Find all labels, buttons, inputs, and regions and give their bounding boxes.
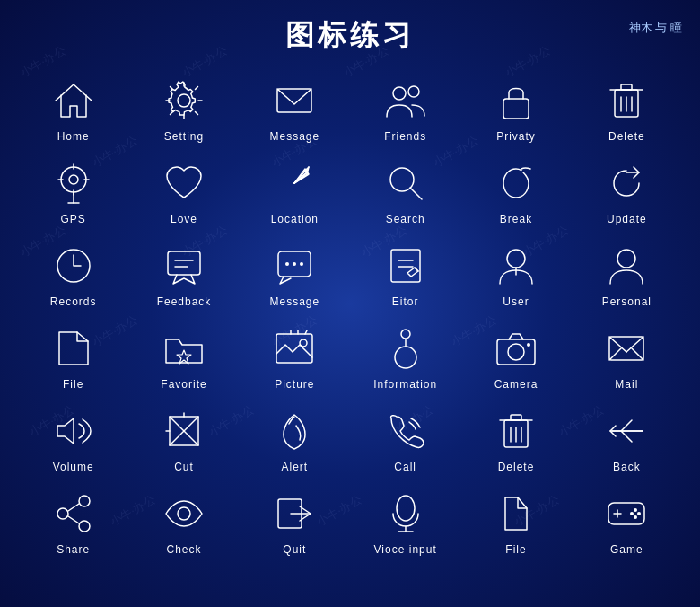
icon-search[interactable]: Search bbox=[350, 150, 460, 233]
svg-point-33 bbox=[300, 262, 303, 266]
svg-point-72 bbox=[79, 521, 90, 532]
icon-privaty[interactable]: Privaty bbox=[460, 67, 571, 150]
break-icon bbox=[492, 159, 540, 207]
icon-picture[interactable]: Picture bbox=[240, 315, 350, 398]
icon-alert[interactable]: Alert bbox=[240, 398, 350, 480]
icon-camera-label: Camera bbox=[494, 378, 538, 391]
icon-back-label: Back bbox=[613, 461, 641, 473]
icon-check[interactable]: Check bbox=[128, 480, 239, 563]
icon-records-label: Records bbox=[50, 295, 97, 308]
icon-feedback[interactable]: Feedback bbox=[128, 233, 239, 315]
check-icon bbox=[160, 489, 208, 538]
location-icon bbox=[270, 159, 319, 207]
icon-favorite-label: Favorite bbox=[161, 378, 206, 391]
icon-quit-label: Quit bbox=[283, 543, 306, 556]
icon-favorite[interactable]: Favorite bbox=[128, 315, 239, 398]
icon-message2[interactable]: Message bbox=[240, 233, 350, 315]
icon-update[interactable]: Update bbox=[572, 150, 682, 233]
icon-file2[interactable]: File bbox=[460, 480, 571, 563]
icon-message1[interactable]: Message bbox=[240, 67, 350, 150]
privaty-icon bbox=[492, 76, 540, 125]
quit-icon bbox=[270, 489, 319, 538]
call-icon bbox=[381, 407, 430, 455]
icon-share[interactable]: Share bbox=[18, 480, 128, 563]
love-icon bbox=[160, 159, 208, 207]
message2-icon bbox=[270, 242, 319, 290]
icon-alert-label: Alert bbox=[281, 461, 308, 473]
svg-line-56 bbox=[632, 348, 643, 360]
editor-icon bbox=[381, 242, 430, 290]
svg-point-84 bbox=[634, 508, 637, 512]
icon-friends[interactable]: Friends bbox=[350, 67, 460, 150]
information-icon bbox=[381, 324, 430, 373]
user-icon bbox=[492, 242, 540, 290]
icon-break[interactable]: Break bbox=[460, 150, 571, 233]
icons-grid: Home Setting Message bbox=[0, 63, 700, 567]
back-icon bbox=[602, 407, 651, 455]
icon-file1[interactable]: File bbox=[18, 315, 128, 398]
icon-volume[interactable]: Volume bbox=[18, 398, 128, 480]
icon-game[interactable]: Game bbox=[572, 480, 682, 563]
svg-rect-52 bbox=[609, 337, 643, 360]
icon-voiceinput[interactable]: Vioce input bbox=[350, 480, 460, 563]
svg-point-40 bbox=[617, 250, 635, 268]
icon-information[interactable]: Information bbox=[350, 315, 460, 398]
icon-picture-label: Picture bbox=[275, 378, 314, 391]
svg-marker-57 bbox=[57, 418, 74, 444]
svg-point-86 bbox=[634, 515, 637, 519]
icon-voiceinput-label: Vioce input bbox=[374, 543, 437, 556]
icon-cut[interactable]: Cut bbox=[128, 398, 239, 480]
icon-gps-label: GPS bbox=[60, 213, 85, 225]
icon-break-label: Break bbox=[500, 213, 532, 225]
icon-delete2-label: Delete bbox=[498, 461, 535, 473]
icon-user-label: User bbox=[503, 295, 529, 308]
svg-rect-65 bbox=[511, 415, 521, 420]
svg-point-0 bbox=[178, 94, 190, 107]
icon-mail-label: Mail bbox=[615, 378, 638, 391]
delete1-icon bbox=[602, 76, 651, 125]
svg-point-87 bbox=[630, 512, 634, 515]
icon-volume-label: Volume bbox=[53, 461, 94, 473]
icon-delete2[interactable]: Delete bbox=[460, 398, 571, 480]
icon-delete1[interactable]: Delete bbox=[572, 67, 682, 150]
svg-line-73 bbox=[68, 504, 79, 511]
svg-point-3 bbox=[408, 86, 419, 97]
picture-icon bbox=[270, 324, 319, 373]
icon-records[interactable]: Records bbox=[18, 233, 128, 315]
svg-point-71 bbox=[57, 508, 68, 519]
icon-feedback-label: Feedback bbox=[157, 295, 212, 308]
icon-location-label: Location bbox=[271, 213, 319, 225]
svg-line-55 bbox=[609, 348, 621, 360]
svg-point-46 bbox=[395, 347, 416, 368]
icon-location[interactable]: Location bbox=[240, 150, 350, 233]
icon-gps[interactable]: GPS bbox=[18, 150, 128, 233]
icon-message1-label: Message bbox=[269, 130, 319, 143]
icon-search-label: Search bbox=[386, 213, 425, 225]
icon-personal[interactable]: Personal bbox=[572, 233, 682, 315]
icon-game-label: Game bbox=[610, 543, 643, 556]
svg-line-24 bbox=[410, 188, 422, 199]
icon-home-label: Home bbox=[57, 130, 90, 143]
icon-back[interactable]: Back bbox=[572, 398, 682, 480]
icon-user[interactable]: User bbox=[460, 233, 571, 315]
feedback-icon bbox=[160, 242, 208, 290]
icon-mail[interactable]: Mail bbox=[572, 315, 682, 398]
icon-delete1-label: Delete bbox=[608, 130, 645, 143]
svg-rect-7 bbox=[621, 84, 632, 90]
icon-home[interactable]: Home bbox=[18, 67, 128, 150]
icon-camera[interactable]: Camera bbox=[460, 315, 571, 398]
game-icon bbox=[602, 489, 651, 538]
mail-icon bbox=[602, 324, 651, 373]
icon-quit[interactable]: Quit bbox=[240, 480, 350, 563]
icon-call[interactable]: Call bbox=[350, 398, 460, 480]
icon-setting[interactable]: Setting bbox=[128, 67, 239, 150]
icon-love-label: Love bbox=[171, 213, 197, 225]
icon-love[interactable]: Love bbox=[128, 150, 239, 233]
icon-file2-label: File bbox=[505, 543, 526, 556]
setting-icon bbox=[160, 76, 208, 125]
svg-line-74 bbox=[68, 516, 79, 523]
update-icon bbox=[602, 159, 651, 207]
icon-personal-label: Personal bbox=[602, 295, 652, 308]
icon-editor[interactable]: Eitor bbox=[350, 233, 460, 315]
svg-point-51 bbox=[527, 343, 530, 347]
